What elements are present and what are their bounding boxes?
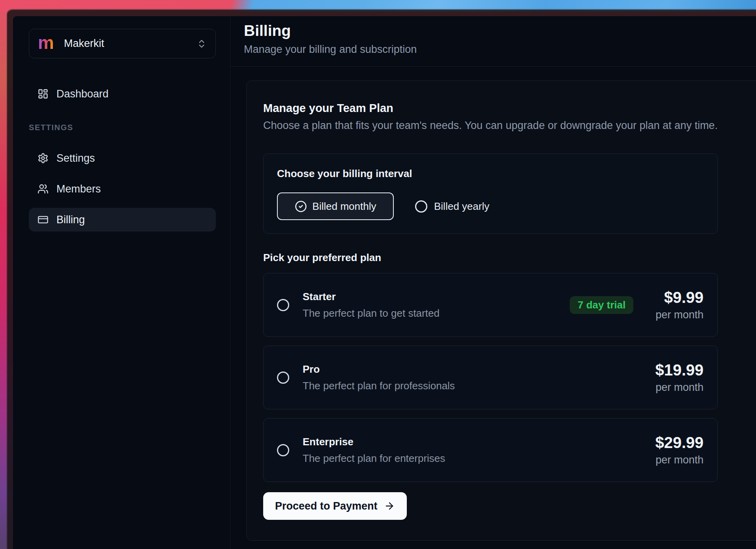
radio-icon [415,200,427,213]
pick-plan-label: Pick your preferred plan [263,251,756,264]
plan-text: Pro The perfect plan for professionals [303,363,455,392]
card-description: Choose a plan that fits your team's need… [263,119,756,132]
billing-interval-options: Billed monthly Billed yearly [277,192,717,220]
billing-interval-box: Choose your billing interval Billed mont… [263,153,718,234]
price-block: $29.99 per month [655,434,704,466]
sidebar-item-label: Settings [56,152,95,164]
credit-card-icon [37,214,49,225]
team-name: Makerkit [64,37,196,50]
gear-icon [37,153,49,164]
app-content: m Makerkit Dashboard SETTINGS [13,16,756,549]
plan-row-starter[interactable]: Starter The perfect plan to get started … [263,273,718,337]
plan-period: per month [655,381,704,394]
radio-icon[interactable] [277,299,289,311]
chevrons-up-down-icon [196,39,207,49]
sidebar-item-billing[interactable]: Billing [29,208,216,232]
main-area: Billing Manage your billing and subscrip… [230,16,756,549]
makerkit-logo: m [38,34,54,52]
page-header: Billing Manage your billing and subscrip… [230,16,756,67]
plan-row-enterprise[interactable]: Enterprise The perfect plan for enterpri… [263,418,718,482]
plan-description: The perfect plan for enterprises [303,452,445,465]
dashboard-icon [37,88,49,99]
plan-pricing: 7 day trial $9.99 per month [570,289,704,321]
page-content: Manage your Team Plan Choose a plan that… [230,67,756,541]
plan-pricing: $19.99 per month [655,361,704,394]
billing-interval-label: Choose your billing interval [277,167,717,180]
billed-monthly-label: Billed monthly [313,200,376,213]
plan-description: The perfect plan for professionals [303,379,455,392]
price-block: $19.99 per month [655,361,704,394]
radio-icon[interactable] [277,444,289,456]
plan-price: $9.99 [655,289,704,306]
sidebar-item-label: Members [56,183,101,195]
billed-yearly-option[interactable]: Billed yearly [415,200,489,213]
billed-monthly-option[interactable]: Billed monthly [277,192,394,220]
proceed-button-label: Proceed to Payment [275,500,378,512]
plan-name: Pro [303,363,455,375]
sidebar-item-label: Dashboard [56,88,109,100]
users-icon [37,183,49,194]
sidebar-item-members[interactable]: Members [29,177,216,201]
app-window: m Makerkit Dashboard SETTINGS [7,9,756,549]
page-subtitle: Manage your billing and subscription [244,43,756,55]
plan-pricing: $29.99 per month [655,434,704,466]
trial-badge: 7 day trial [570,296,633,314]
check-circle-icon [295,200,307,213]
plan-period: per month [655,308,704,321]
plan-text: Starter The perfect plan to get started [303,290,440,319]
plan-price: $19.99 [655,361,704,379]
arrow-right-icon [384,500,395,512]
page-title: Billing [244,22,756,40]
sidebar-item-label: Billing [56,214,85,226]
price-block: $9.99 per month [655,289,704,321]
sidebar: m Makerkit Dashboard SETTINGS [13,16,230,549]
plan-description: The perfect plan to get started [303,307,440,319]
team-plan-card: Manage your Team Plan Choose a plan that… [246,80,756,541]
desktop-wallpaper: m Makerkit Dashboard SETTINGS [0,0,756,549]
plan-period: per month [655,454,704,466]
sidebar-nav: Dashboard SETTINGS Settings Members [29,82,216,232]
plan-price: $29.99 [655,434,704,451]
proceed-to-payment-button[interactable]: Proceed to Payment [263,492,407,520]
sidebar-item-dashboard[interactable]: Dashboard [29,82,216,106]
sidebar-section-label: SETTINGS [29,123,216,132]
plan-row-pro[interactable]: Pro The perfect plan for professionals $… [263,345,718,409]
plan-name: Starter [303,290,440,303]
plan-text: Enterprise The perfect plan for enterpri… [303,435,445,465]
billed-yearly-label: Billed yearly [434,200,489,213]
plan-name: Enterprise [303,435,445,448]
team-selector[interactable]: m Makerkit [29,29,216,58]
card-title: Manage your Team Plan [263,101,756,115]
sidebar-item-settings[interactable]: Settings [29,146,216,170]
radio-icon[interactable] [277,372,289,384]
